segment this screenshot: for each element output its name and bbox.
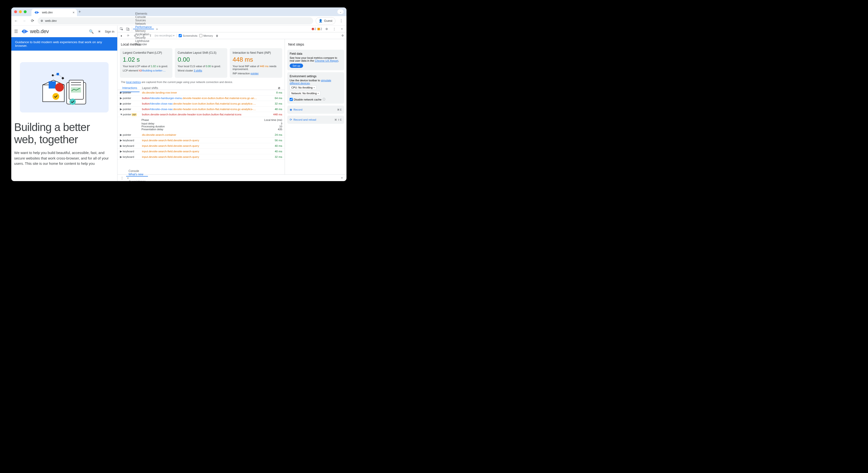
disable-cache-checkbox[interactable]: Disable network cache ⓘ bbox=[290, 98, 342, 101]
devtools-tab-network[interactable]: Network bbox=[133, 22, 154, 25]
banner: Guidance to build modern web experiences… bbox=[11, 37, 117, 51]
download-icon[interactable]: ↧ bbox=[148, 34, 153, 37]
performance-main: Local metrics Largest Contentful Paint (… bbox=[118, 39, 285, 174]
omnibox[interactable]: ⚙ web.dev bbox=[38, 17, 313, 25]
devtools-tab-memory[interactable]: Memory bbox=[133, 29, 154, 33]
interaction-row[interactable]: ▶pointerbutton#devsite-close-nav.devsite… bbox=[118, 107, 285, 112]
browser-tab[interactable]: web.dev × bbox=[31, 9, 77, 16]
svg-point-11 bbox=[52, 75, 54, 76]
upload-icon[interactable]: ↥ bbox=[141, 34, 146, 37]
devtools-tab-performance[interactable]: Performance bbox=[133, 25, 154, 29]
tab-strip: web.dev × + ⌄ bbox=[11, 7, 346, 16]
svg-rect-13 bbox=[61, 77, 64, 79]
drawer-tab-ai-assistance[interactable]: AI assistance bbox=[126, 180, 148, 181]
guest-label: Guest bbox=[324, 19, 332, 23]
clear-icon[interactable]: ⊘ bbox=[132, 34, 137, 37]
interaction-row[interactable]: ▶pointerbutton#devsite-close-nav.devsite… bbox=[118, 101, 285, 107]
drawer-menu-icon[interactable]: ⋮ bbox=[119, 176, 125, 180]
inspect-element-icon[interactable] bbox=[119, 27, 125, 31]
performance-toolbar: ● ⟳ ⊘ ↥ ↧ (no recordings) ▾ Screenshots … bbox=[118, 32, 346, 39]
reload-record-icon[interactable]: ⟳ bbox=[126, 34, 130, 37]
record-shortcut: ⌘ E bbox=[337, 109, 342, 111]
interaction-row[interactable]: ▶keyboardinput.devsite-search-field.devs… bbox=[118, 154, 285, 160]
close-drawer-icon[interactable]: × bbox=[339, 176, 345, 180]
profile-button[interactable]: 👤 Guest bbox=[315, 17, 336, 25]
gc-icon[interactable]: 🗑 bbox=[215, 34, 220, 37]
record-icon[interactable]: ● bbox=[119, 34, 124, 37]
devtools-tab-console[interactable]: Console bbox=[133, 16, 154, 19]
record-card[interactable]: ◉Record ⌘ E bbox=[287, 106, 344, 114]
search-icon[interactable]: 🔍 bbox=[89, 29, 94, 34]
env-title: Environment settings bbox=[290, 75, 342, 78]
setup-button[interactable]: Set up bbox=[290, 64, 303, 68]
devtools-tab-elements[interactable]: Elements bbox=[133, 12, 154, 16]
new-tab-button[interactable]: + bbox=[79, 9, 81, 14]
page-title: Building a better web, together bbox=[11, 113, 117, 145]
local-metrics-link[interactable]: local metrics bbox=[126, 81, 141, 84]
tab-title: web.dev bbox=[42, 11, 53, 14]
site-settings-icon[interactable]: ⚙ bbox=[40, 19, 43, 23]
back-button[interactable]: ← bbox=[13, 18, 19, 24]
settings-icon[interactable]: ⚙ bbox=[323, 27, 330, 31]
devtools-tab-sources[interactable]: Sources bbox=[133, 19, 154, 22]
interaction-row[interactable]: ▶keyboardinput.devsite-search-field.devs… bbox=[118, 149, 285, 154]
interactions-list: ▶pointerdiv.devsite-landing-row-inner8 m… bbox=[118, 90, 285, 160]
interaction-row[interactable]: ▶keyboardinput.devsite-search-field.devs… bbox=[118, 143, 285, 149]
network-throttle-select[interactable]: Network: No throttling bbox=[290, 91, 320, 95]
site-logo[interactable]: web.dev bbox=[21, 28, 49, 34]
page-intro: We want to help you build beautiful, acc… bbox=[11, 145, 117, 167]
site-header: ☰ web.dev 🔍 ☀ Sign in bbox=[11, 26, 117, 37]
error-count[interactable]: ×2 bbox=[312, 27, 316, 31]
local-metrics-heading: Local metrics bbox=[118, 39, 285, 48]
env-settings-card: Environment settings Use the device tool… bbox=[287, 72, 344, 104]
more-tabs-icon[interactable]: » bbox=[154, 27, 160, 31]
cpu-throttle-select[interactable]: CPU: No throttling bbox=[290, 85, 316, 90]
sign-in-link[interactable]: Sign in bbox=[105, 30, 114, 33]
svg-rect-21 bbox=[317, 28, 320, 30]
browser-menu-button[interactable]: ⋮ bbox=[338, 19, 345, 23]
interaction-row[interactable]: ▼pointerINPbutton.devsite-search-button.… bbox=[118, 112, 285, 117]
page-viewport: ☰ web.dev 🔍 ☀ Sign in Guidance to build … bbox=[11, 26, 117, 181]
memory-checkbox[interactable]: Memory bbox=[199, 34, 213, 37]
svg-point-3 bbox=[55, 83, 64, 92]
minimize-window-button[interactable] bbox=[19, 10, 22, 13]
drawer-tab-what-s-new[interactable]: What's new bbox=[126, 173, 148, 177]
field-data-card: Field data See how your local metrics co… bbox=[287, 50, 344, 70]
panel-settings-icon[interactable]: ⚙ bbox=[340, 34, 345, 37]
guest-icon: 👤 bbox=[319, 19, 322, 23]
help-icon[interactable]: ⓘ bbox=[322, 98, 326, 101]
warning-count[interactable]: 2 bbox=[317, 27, 322, 31]
devtools-panel: ElementsConsoleSourcesNetworkPerformance… bbox=[117, 26, 346, 181]
theme-toggle-icon[interactable]: ☀ bbox=[98, 29, 101, 34]
close-drawer-tab-icon[interactable]: × bbox=[126, 177, 130, 180]
svg-line-15 bbox=[59, 75, 62, 78]
hamburger-menu-icon[interactable]: ☰ bbox=[14, 29, 18, 34]
record-reload-shortcut: ⌘ ⇧ E bbox=[335, 118, 342, 121]
site-brand-text: web.dev bbox=[30, 28, 49, 34]
webdev-logo-icon bbox=[21, 29, 29, 34]
device-toolbar-icon[interactable] bbox=[125, 27, 131, 31]
filter-icon[interactable]: ⊘ bbox=[278, 86, 282, 90]
interaction-row[interactable]: ▶pointerdiv.devsite-search-container24 m… bbox=[118, 132, 285, 138]
close-window-button[interactable] bbox=[14, 10, 17, 13]
record-reload-card[interactable]: ⟳Record and reload ⌘ ⇧ E bbox=[287, 116, 344, 124]
hero-illustration bbox=[20, 62, 108, 113]
screenshots-checkbox[interactable]: Screenshots bbox=[179, 34, 197, 37]
interaction-row[interactable]: ▶keyboardinput.devsite-search-field.devs… bbox=[118, 138, 285, 143]
recordings-dropdown[interactable]: (no recordings) ▾ bbox=[155, 34, 175, 37]
reload-button[interactable]: ⟳ bbox=[30, 18, 35, 24]
metric-card: Interaction to Next Paint (INP) 448 ms Y… bbox=[230, 48, 282, 78]
metric-card: Cumulative Layout Shift (CLS) 0.00 Your … bbox=[175, 48, 227, 78]
performance-sidebar: Next steps Field data See how your local… bbox=[285, 39, 346, 174]
tab-search-button[interactable]: ⌄ bbox=[337, 9, 344, 14]
interaction-row[interactable]: ▶pointerbutton#devsite-hamburger-menu.de… bbox=[118, 95, 285, 101]
devtools-menu-icon[interactable]: ⋮ bbox=[331, 27, 337, 31]
next-steps-heading: Next steps bbox=[285, 39, 346, 48]
close-devtools-icon[interactable]: × bbox=[339, 27, 345, 31]
subtab-layout-shifts[interactable]: Layout shifts bbox=[140, 84, 160, 92]
close-tab-icon[interactable]: × bbox=[73, 10, 74, 14]
maximize-window-button[interactable] bbox=[24, 10, 27, 13]
forward-button[interactable]: → bbox=[21, 18, 27, 24]
crux-link[interactable]: Chrome UX Report bbox=[315, 59, 338, 62]
drawer-tab-console[interactable]: Console bbox=[126, 169, 148, 173]
